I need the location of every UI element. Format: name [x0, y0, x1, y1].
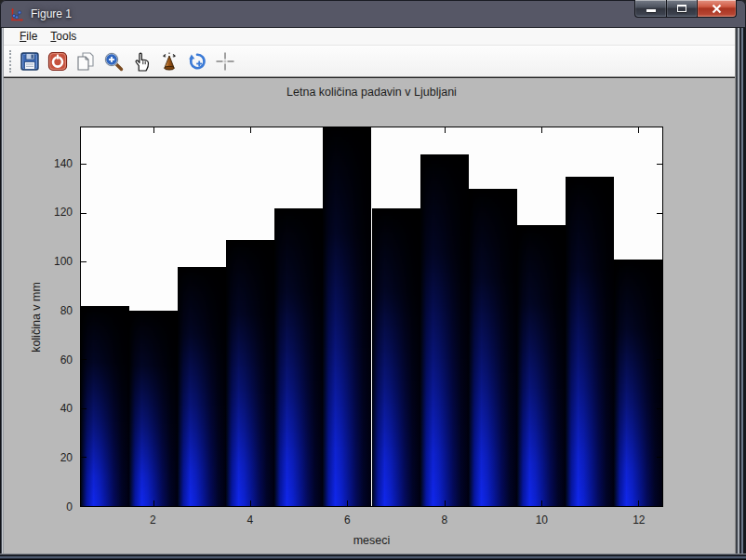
minimize-icon — [646, 9, 656, 12]
axis-tick — [250, 127, 251, 133]
chart-title: Letna količina padavin v Ljubljani — [80, 86, 663, 99]
axis-tick — [657, 408, 662, 409]
cone-rotate-icon — [158, 50, 180, 73]
window-controls — [634, 0, 737, 18]
magnifier-plus-icon — [102, 50, 125, 73]
bar-month-3 — [178, 267, 226, 506]
save-button[interactable] — [19, 50, 41, 73]
plot-area — [80, 127, 663, 507]
window-border-right — [735, 28, 746, 553]
axis-tick — [445, 127, 446, 133]
axis-tick — [657, 311, 662, 312]
hand-pointer-icon — [130, 50, 153, 73]
axis-tick — [657, 457, 662, 458]
x-tick-label: 6 — [344, 513, 351, 527]
x-tick-label: 4 — [247, 513, 254, 527]
axis-tick — [347, 127, 348, 133]
y-tick-label: 120 — [4, 206, 73, 219]
x-tick-label: 2 — [150, 513, 156, 527]
axis-tick — [153, 500, 154, 506]
window-border-bottom — [0, 553, 746, 560]
axis-tick — [81, 213, 87, 214]
y-tick-label: 20 — [4, 451, 73, 464]
x-tick-label: 12 — [633, 513, 645, 527]
crosshair-button[interactable] — [214, 50, 236, 73]
x-axis-label: meseci — [80, 534, 663, 547]
axis-tick — [81, 164, 87, 165]
copy-button[interactable] — [74, 50, 97, 73]
axis-tick — [81, 359, 87, 360]
toolbar-grip[interactable] — [9, 50, 13, 73]
titlebar[interactable]: Figure 1 — [0, 0, 746, 28]
axis-tick — [445, 500, 446, 506]
x-axis-tick-labels: 24681012 — [80, 507, 663, 527]
bar-month-8 — [420, 154, 469, 506]
bar-month-6 — [323, 127, 371, 506]
close-icon — [712, 4, 722, 14]
minimize-button[interactable] — [634, 0, 666, 18]
axis-tick — [638, 500, 639, 506]
copy-pages-icon — [74, 50, 97, 73]
crosshair-icon — [214, 50, 236, 73]
power-button[interactable] — [47, 50, 69, 73]
bar-month-10 — [517, 225, 566, 506]
figure-canvas: Letna količina padavin v Ljubljani količ… — [4, 78, 735, 553]
bar-month-9 — [469, 189, 517, 506]
y-tick-label: 60 — [4, 353, 73, 367]
zoom-button[interactable] — [102, 50, 125, 73]
maximize-button[interactable] — [666, 0, 698, 18]
bar-month-2 — [129, 311, 178, 506]
axis-tick — [153, 127, 154, 133]
close-button[interactable] — [698, 0, 737, 18]
axis-tick — [81, 311, 87, 312]
y-tick-label: 40 — [4, 402, 73, 415]
axis-tick — [657, 213, 662, 214]
axis-tick — [81, 261, 87, 262]
figure-window: Figure 1 File Tools — [0, 0, 746, 560]
menubar: File Tools — [4, 28, 735, 45]
axis-tick — [657, 359, 662, 360]
y-tick-label: 140 — [4, 157, 73, 170]
axis-tick — [541, 127, 542, 133]
x-tick-label: 8 — [442, 513, 448, 527]
menu-file[interactable]: File — [13, 29, 44, 44]
y-tick-label: 100 — [4, 255, 73, 268]
bar-month-12 — [614, 260, 662, 506]
axis-tick — [250, 500, 251, 506]
reset-view-button[interactable] — [186, 50, 208, 73]
maximize-icon — [677, 5, 686, 12]
axis-tick — [657, 164, 662, 165]
menu-tools[interactable]: Tools — [44, 29, 83, 44]
axis-tick — [81, 457, 87, 458]
pan-button[interactable] — [130, 50, 153, 73]
axis-tick — [81, 408, 87, 409]
power-icon — [47, 50, 69, 73]
bar-month-11 — [566, 177, 614, 506]
window-title: Figure 1 — [31, 7, 72, 20]
axis-tick — [638, 127, 639, 133]
axis-tick — [347, 500, 348, 506]
y-axis-tick-labels: 020406080100120140 — [4, 127, 73, 507]
bar-month-1 — [81, 306, 129, 506]
axis-tick — [541, 500, 542, 506]
bar-month-5 — [274, 208, 323, 506]
x-tick-label: 10 — [536, 513, 548, 527]
figure-axes-icon — [9, 7, 24, 22]
bar-month-4 — [226, 240, 274, 506]
rotate-button[interactable] — [158, 50, 180, 73]
toolbar — [4, 45, 735, 77]
circular-arrow-icon — [186, 50, 208, 73]
floppy-disk-icon — [19, 50, 41, 73]
y-tick-label: 0 — [4, 500, 73, 513]
y-tick-label: 80 — [4, 304, 73, 317]
axis-tick — [657, 261, 662, 262]
bar-month-7 — [372, 208, 420, 506]
